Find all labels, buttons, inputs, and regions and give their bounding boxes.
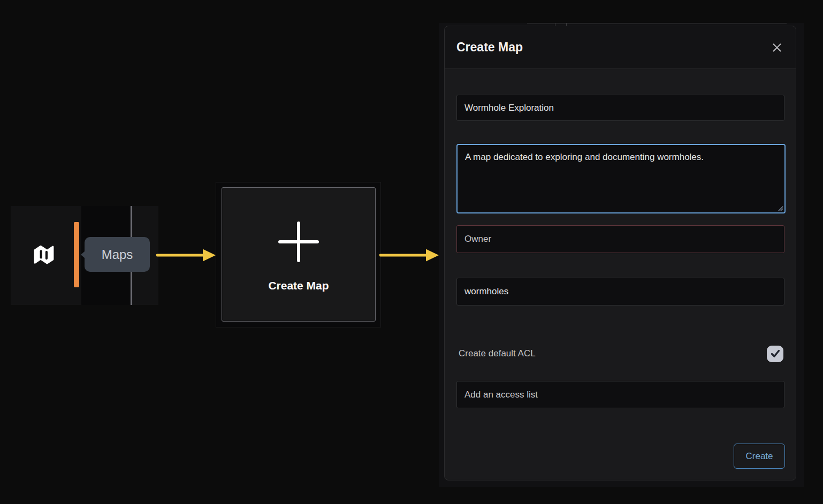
maps-tooltip-label: Maps	[102, 247, 133, 262]
flow-arrow-right-icon	[156, 248, 216, 262]
close-button[interactable]	[771, 42, 783, 54]
maps-tooltip: Maps	[85, 237, 150, 272]
create-map-tile-label: Create Map	[268, 279, 329, 292]
tag-input[interactable]	[456, 278, 784, 306]
map-icon	[31, 242, 57, 268]
modal-title: Create Map	[456, 40, 523, 55]
create-map-tile[interactable]: Create Map	[222, 187, 376, 322]
modal-backdrop: Create Map A map dedicated to exploring …	[439, 23, 804, 487]
map-description-textarea[interactable]: A map dedicated to exploring and documen…	[456, 144, 786, 213]
access-list-input[interactable]	[456, 381, 784, 408]
map-name-input[interactable]	[456, 95, 784, 121]
sidebar-snippet: Maps	[11, 206, 158, 305]
active-nav-indicator	[74, 222, 79, 287]
create-map-tile-frame: Create Map	[216, 182, 381, 327]
close-icon	[772, 42, 782, 53]
create-map-modal: Create Map A map dedicated to exploring …	[444, 26, 796, 480]
create-button[interactable]: Create	[734, 444, 785, 469]
flow-arrow-right-icon	[379, 248, 439, 262]
owner-input[interactable]	[456, 225, 784, 253]
modal-header: Create Map	[445, 26, 796, 69]
maps-nav-item[interactable]	[31, 242, 57, 268]
create-default-acl-checkbox[interactable]	[767, 346, 783, 362]
acl-row: Create default ACL	[459, 345, 783, 363]
map-description-wrap: A map dedicated to exploring and documen…	[456, 144, 786, 213]
checkmark-icon	[770, 348, 781, 359]
acl-checkbox-label: Create default ACL	[459, 348, 536, 359]
plus-icon	[278, 222, 319, 262]
